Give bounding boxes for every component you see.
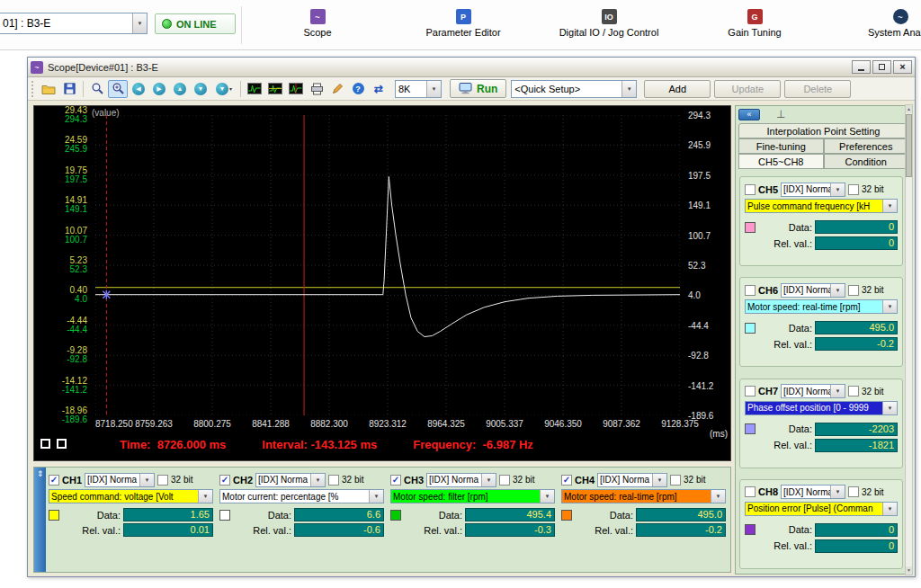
ch4-32bit-checkbox[interactable] <box>670 475 681 486</box>
ch2-idx-select[interactable]: [IDX] Norma▼ <box>255 473 326 487</box>
ch4-color-swatch[interactable] <box>561 510 572 521</box>
ch2-signal-select[interactable]: Motor current: percentage [%▼ <box>219 489 384 503</box>
sample-rate-select[interactable]: 8K ▼ <box>395 80 442 98</box>
pan-menu-button[interactable]: ▼▾ <box>211 80 237 98</box>
minimize-button[interactable] <box>852 60 871 74</box>
transfer-button[interactable]: ⇄ <box>369 80 389 98</box>
cursor-1-toggle[interactable] <box>40 439 50 449</box>
add-button[interactable]: Add <box>644 80 711 98</box>
tab-row-1: Fine-tuning Preferences <box>738 138 908 154</box>
ch8-data-value: 0 <box>815 523 898 537</box>
tab-ch5-ch8[interactable]: CH5~CH8 <box>738 154 824 169</box>
arrow-right-icon: ▶ <box>153 83 165 95</box>
quick-setup-select[interactable]: <Quick Setup> ▼ <box>511 80 637 98</box>
window-titlebar[interactable]: ~ Scope[Device#01] : B3-E × <box>28 58 915 77</box>
ch3-enable-checkbox[interactable]: ✓ <box>390 475 401 486</box>
pan-left-button[interactable]: ◀ <box>129 80 148 98</box>
ch7-signal-select[interactable]: Phase offset position [0 - 9999▼ <box>745 401 898 415</box>
app-toolbar-item-parameter-editor[interactable]: PParameter Editor <box>390 6 536 49</box>
scrollbar-thumb[interactable] <box>906 114 912 177</box>
zoom-wave-fit-button[interactable] <box>286 80 306 98</box>
ch3-signal-select[interactable]: Motor speed: filter [rpm]▼ <box>390 489 555 503</box>
app-toolbar-item-digital-io-jog-control[interactable]: IODigital IO / Jog Control <box>536 6 682 49</box>
device-select[interactable]: 01] : B3-E ▼ <box>0 13 148 34</box>
ch1-32bit-checkbox[interactable] <box>157 475 168 486</box>
ch4-enable-checkbox[interactable]: ✓ <box>561 475 572 486</box>
tab-condition[interactable]: Condition <box>824 154 909 169</box>
help-button[interactable]: ? <box>348 80 368 98</box>
run-button[interactable]: Run <box>450 79 506 98</box>
cursor-2-toggle[interactable] <box>57 439 67 449</box>
delete-button[interactable]: Delete <box>784 80 851 98</box>
ch5-idx-select[interactable]: [IDX] Norma▼ <box>781 183 845 197</box>
ch1-idx-select[interactable]: [IDX] Norma▼ <box>85 473 155 487</box>
ch3-idx-select[interactable]: [IDX] Norma▼ <box>426 473 496 487</box>
ch7-idx-select[interactable]: [IDX] Norma▼ <box>781 384 845 398</box>
plot-area[interactable] <box>95 115 680 415</box>
y-tick-right-label: 4.0 <box>688 290 701 300</box>
tab-fine-tuning[interactable]: Fine-tuning <box>738 138 824 154</box>
zoom-select-button[interactable] <box>87 80 107 98</box>
ch1-color-swatch[interactable] <box>49 510 59 521</box>
print-button[interactable] <box>307 80 326 98</box>
ch5-enable-checkbox[interactable] <box>745 184 756 195</box>
save-button[interactable] <box>59 80 79 98</box>
annotate-button[interactable] <box>327 80 347 98</box>
app-toolbar-item-scope[interactable]: ~Scope <box>245 6 390 49</box>
restore-button[interactable] <box>872 60 891 74</box>
right-panel-scrollbar[interactable]: ▲ ▼ <box>905 104 913 575</box>
collapse-panel-button[interactable]: « <box>738 109 760 120</box>
pan-up-button[interactable]: ▲ <box>170 80 190 98</box>
toolbar-grip[interactable] <box>31 81 34 97</box>
ch3-32bit-checkbox[interactable] <box>499 475 510 486</box>
scroll-down-button[interactable]: ▼ <box>906 566 912 575</box>
update-button[interactable]: Update <box>714 80 781 98</box>
ch4-data-label: Data: <box>610 510 633 521</box>
online-button[interactable]: ON LINE <box>155 13 236 34</box>
ch2-enable-checkbox[interactable]: ✓ <box>219 475 230 486</box>
ch2-32bit-label: 32 bit <box>342 475 363 485</box>
ch7-color-swatch[interactable] <box>745 423 756 434</box>
ch5-data-value: 0 <box>815 220 898 234</box>
ch1-signal-select[interactable]: Speed command: voltage [Volt▼ <box>49 489 213 503</box>
close-button[interactable]: × <box>893 60 912 74</box>
ch6-32bit-checkbox[interactable] <box>848 285 859 296</box>
ch7-enable-checkbox[interactable] <box>745 386 756 396</box>
open-file-button[interactable] <box>39 80 58 98</box>
scroll-up-button[interactable]: ▲ <box>906 105 912 113</box>
ch8-enable-checkbox[interactable] <box>745 486 756 497</box>
ch5-signal-select[interactable]: Pulse command frequency [kH▼ <box>745 199 898 213</box>
ch6-color-swatch[interactable] <box>745 323 756 334</box>
zoom-wave-y-button[interactable] <box>265 80 285 98</box>
tab-preferences[interactable]: Preferences <box>824 138 909 154</box>
panel-splitter-handle[interactable]: ⇕ <box>34 468 46 572</box>
ch5-color-swatch[interactable] <box>745 222 756 233</box>
ch4-signal-select[interactable]: Motor speed: real-time [rpm]▼ <box>561 489 726 503</box>
ch2-32bit-checkbox[interactable] <box>328 475 339 486</box>
ch5-32bit-checkbox[interactable] <box>848 184 859 195</box>
ch8-32bit-checkbox[interactable] <box>848 486 859 497</box>
app-toolbar-item-gain-tuning[interactable]: GGain Tuning <box>682 6 827 49</box>
ch6-enable-checkbox[interactable] <box>745 285 756 296</box>
zoom-wave-x-button[interactable] <box>245 80 264 98</box>
sample-rate-value: 8K <box>396 84 426 94</box>
y-tick-ch3-label: 197.5 <box>35 175 87 184</box>
ch8-data-label: Data: <box>789 524 812 535</box>
ch7-32bit-checkbox[interactable] <box>848 386 859 396</box>
ch2-color-swatch[interactable] <box>219 510 230 521</box>
ch8-idx-select[interactable]: [IDX] Norma▼ <box>781 485 845 499</box>
ch3-color-swatch[interactable] <box>390 510 401 521</box>
waveform-zoom-x-icon <box>247 82 262 95</box>
pan-right-button[interactable]: ▶ <box>149 80 169 98</box>
app-toolbar-item-system-analys[interactable]: ~System Analys <box>827 6 921 49</box>
ch6-idx-select[interactable]: [IDX] Norma▼ <box>781 283 845 298</box>
ch8-signal-select[interactable]: Position error [Pulse] (Comman▼ <box>745 502 898 516</box>
pan-down-button[interactable]: ▼ <box>191 80 210 98</box>
ch8-color-swatch[interactable] <box>745 524 756 535</box>
ch6-signal-select[interactable]: Motor speed: real-time [rpm]▼ <box>745 299 898 314</box>
ch4-idx-select[interactable]: [IDX] Norma▼ <box>597 473 667 487</box>
ch1-enable-checkbox[interactable]: ✓ <box>49 475 59 486</box>
zoom-in-button[interactable] <box>108 80 128 98</box>
tab-interpolation-point-setting[interactable]: Interpolation Point Setting <box>738 123 908 138</box>
pin-icon[interactable]: ⊥ <box>776 109 785 120</box>
